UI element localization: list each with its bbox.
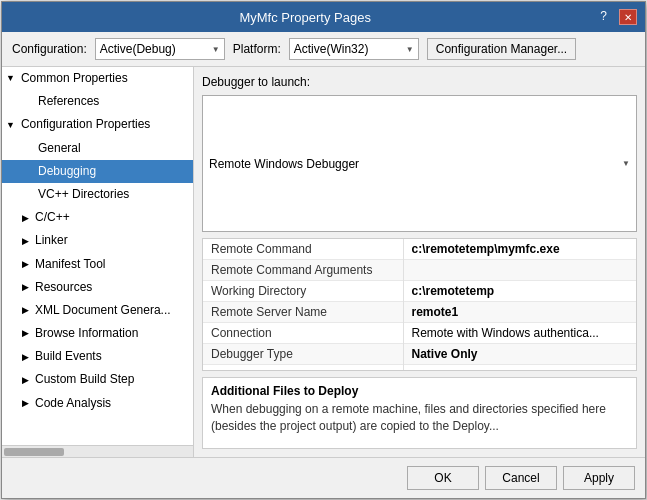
sidebar-item-custom-build[interactable]: ▶Custom Build Step — [2, 368, 193, 391]
configuration-combo[interactable]: Active(Debug) ▼ — [95, 38, 225, 60]
platform-label: Platform: — [233, 42, 281, 56]
collapse-icon: ▶ — [22, 326, 29, 340]
help-icon[interactable]: ? — [600, 9, 607, 25]
table-row[interactable]: Remote Command Arguments — [203, 260, 636, 281]
prop-value — [403, 365, 636, 372]
sidebar-item-resources[interactable]: ▶Resources — [2, 276, 193, 299]
sidebar-item-label: Common Properties — [21, 69, 128, 88]
sidebar-item-xml-doc[interactable]: ▶XML Document Genera... — [2, 299, 193, 322]
title-bar: MyMfc Property Pages ? ✕ — [2, 2, 645, 32]
platform-combo[interactable]: Active(Win32) ▼ — [289, 38, 419, 60]
sidebar-item-general[interactable]: General — [2, 137, 193, 160]
prop-name: Environment — [203, 365, 403, 372]
sidebar-item-label: VC++ Directories — [38, 185, 129, 204]
sidebar-item-references[interactable]: References — [2, 90, 193, 113]
platform-value: Active(Win32) — [294, 42, 369, 56]
collapse-icon: ▶ — [22, 211, 29, 225]
main-content: ▼Common PropertiesReferences▼Configurati… — [2, 67, 645, 457]
prop-value: c:\remotetemp\mymfc.exe — [403, 239, 636, 260]
table-row[interactable]: Remote Server Name remote1 — [203, 302, 636, 323]
prop-name: Remote Command — [203, 239, 403, 260]
sidebar-item-browse-info[interactable]: ▶Browse Information — [2, 322, 193, 345]
collapse-icon: ▶ — [22, 373, 29, 387]
sidebar-item-cpp[interactable]: ▶C/C++ — [2, 206, 193, 229]
apply-button[interactable]: Apply — [563, 466, 635, 490]
sidebar-item-label: Custom Build Step — [35, 370, 134, 389]
sidebar-item-label: Browse Information — [35, 324, 138, 343]
sidebar-item-label: Resources — [35, 278, 92, 297]
right-panel: Debugger to launch: Remote Windows Debug… — [194, 67, 645, 457]
config-row: Configuration: Active(Debug) ▼ Platform:… — [2, 32, 645, 67]
debugger-value: Remote Windows Debugger — [209, 157, 359, 171]
table-row[interactable]: Remote Command c:\remotetemp\mymfc.exe — [203, 239, 636, 260]
sidebar-item-label: C/C++ — [35, 208, 70, 227]
prop-name: Remote Command Arguments — [203, 260, 403, 281]
properties-table: Remote Command c:\remotetemp\mymfc.exe R… — [202, 238, 637, 371]
debugger-label: Debugger to launch: — [202, 75, 310, 89]
sidebar-item-label: Debugging — [38, 162, 96, 181]
configuration-value: Active(Debug) — [100, 42, 176, 56]
debugger-row: Debugger to launch: — [202, 75, 637, 89]
cancel-button[interactable]: Cancel — [485, 466, 557, 490]
prop-name: Remote Server Name — [203, 302, 403, 323]
description-box: Additional Files to Deploy When debuggin… — [202, 377, 637, 449]
ok-button[interactable]: OK — [407, 466, 479, 490]
collapse-icon: ▶ — [22, 396, 29, 410]
sidebar-item-label: Configuration Properties — [21, 115, 150, 134]
props-table-element: Remote Command c:\remotetemp\mymfc.exe R… — [203, 239, 636, 371]
left-panel-wrapper: ▼Common PropertiesReferences▼Configurati… — [2, 67, 194, 457]
sidebar-item-label: General — [38, 139, 81, 158]
collapse-icon: ▶ — [22, 257, 29, 271]
prop-value: remote1 — [403, 302, 636, 323]
prop-value: c:\remotetemp — [403, 281, 636, 302]
scrollbar-thumb — [4, 448, 64, 456]
table-row[interactable]: Connection Remote with Windows authentic… — [203, 323, 636, 344]
table-row[interactable]: Working Directory c:\remotetemp — [203, 281, 636, 302]
table-row[interactable]: Debugger Type Native Only — [203, 344, 636, 365]
sidebar-item-build-events[interactable]: ▶Build Events — [2, 345, 193, 368]
sidebar-item-label: Manifest Tool — [35, 255, 105, 274]
description-title: Additional Files to Deploy — [211, 384, 628, 398]
sidebar-item-debugging[interactable]: Debugging — [2, 160, 193, 183]
platform-combo-arrow: ▼ — [406, 45, 414, 54]
prop-value: Native Only — [403, 344, 636, 365]
close-button[interactable]: ✕ — [619, 9, 637, 25]
sidebar-item-linker[interactable]: ▶Linker — [2, 229, 193, 252]
prop-name: Working Directory — [203, 281, 403, 302]
property-pages-dialog: MyMfc Property Pages ? ✕ Configuration: … — [1, 1, 646, 499]
sidebar-item-label: Linker — [35, 231, 68, 250]
sidebar-item-common-props[interactable]: ▼Common Properties — [2, 67, 193, 90]
expand-icon: ▼ — [6, 118, 15, 132]
sidebar-item-label: XML Document Genera... — [35, 301, 171, 320]
sidebar-item-label: Code Analysis — [35, 394, 111, 413]
configuration-label: Configuration: — [12, 42, 87, 56]
debugger-combo[interactable]: Remote Windows Debugger ▼ — [202, 95, 637, 232]
collapse-icon: ▶ — [22, 234, 29, 248]
collapse-icon: ▶ — [22, 280, 29, 294]
collapse-icon: ▶ — [22, 303, 29, 317]
expand-icon: ▼ — [6, 71, 15, 85]
title-bar-controls: ? ✕ — [600, 9, 637, 25]
dialog-title: MyMfc Property Pages — [10, 10, 600, 25]
sidebar-item-manifest-tool[interactable]: ▶Manifest Tool — [2, 253, 193, 276]
sidebar-item-config-props[interactable]: ▼Configuration Properties — [2, 113, 193, 136]
prop-value — [403, 260, 636, 281]
prop-value: Remote with Windows authentica... — [403, 323, 636, 344]
bottom-bar: OK Cancel Apply — [2, 457, 645, 498]
table-row[interactable]: Environment — [203, 365, 636, 372]
horizontal-scrollbar[interactable] — [2, 445, 193, 457]
config-manager-button[interactable]: Configuration Manager... — [427, 38, 576, 60]
sidebar-item-label: Build Events — [35, 347, 102, 366]
collapse-icon: ▶ — [22, 350, 29, 364]
prop-name: Connection — [203, 323, 403, 344]
left-panel: ▼Common PropertiesReferences▼Configurati… — [2, 67, 193, 445]
sidebar-item-vc-dirs[interactable]: VC++ Directories — [2, 183, 193, 206]
description-text: When debugging on a remote machine, file… — [211, 401, 628, 435]
sidebar-item-code-analysis[interactable]: ▶Code Analysis — [2, 392, 193, 415]
debugger-combo-arrow: ▼ — [622, 159, 630, 168]
prop-name: Debugger Type — [203, 344, 403, 365]
configuration-combo-arrow: ▼ — [212, 45, 220, 54]
sidebar-item-label: References — [38, 92, 99, 111]
